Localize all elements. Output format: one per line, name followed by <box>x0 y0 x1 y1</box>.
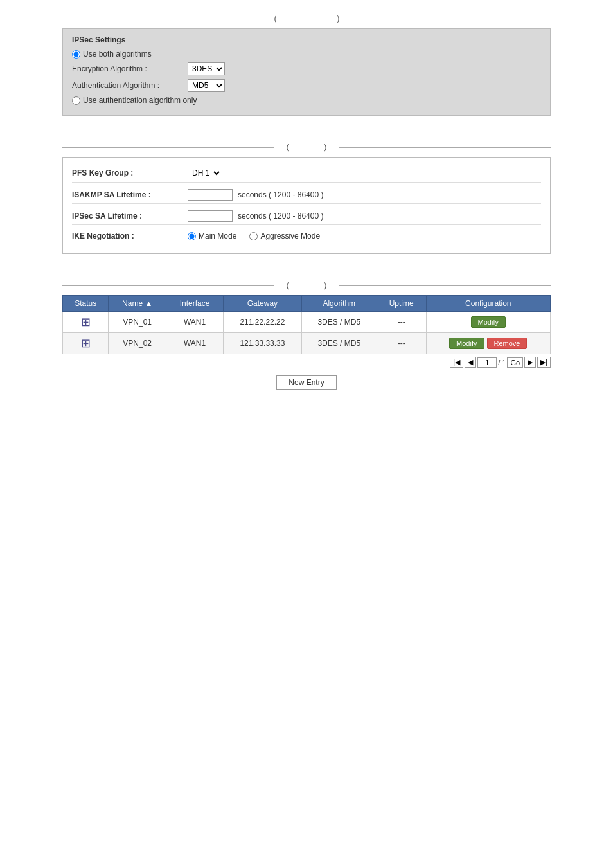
ipsec-sa-range: seconds ( 1200 - 86400 ) <box>238 212 323 221</box>
use-auth-only-text: Use authentication algorithm only <box>83 96 197 105</box>
col-gateway: Gateway <box>224 296 302 312</box>
modify-button-1[interactable]: Modify <box>449 338 484 349</box>
adv-section-divider: （ ） <box>62 141 551 153</box>
encryption-row: Encryption Algorithm : 3DES AES DES <box>72 62 541 75</box>
col-interface: Interface <box>166 296 224 312</box>
table-header-row: Status Name ▲ Interface Gateway Algorith… <box>63 296 551 312</box>
adv-divider-line-right <box>339 147 551 148</box>
use-auth-only-row: Use authentication algorithm only <box>72 96 541 105</box>
use-both-radio-label[interactable]: Use both algorithms <box>72 50 152 59</box>
ike-aggressive-radio[interactable] <box>249 232 258 240</box>
isakmp-value-container: 3600 seconds ( 1200 - 86400 ) <box>188 189 323 201</box>
ike-main-text: Main Mode <box>199 231 236 240</box>
use-both-row: Use both algorithms <box>72 50 541 59</box>
use-auth-only-label[interactable]: Use authentication algorithm only <box>72 96 197 105</box>
ipsec-sa-label: IPSec SA Lifetime : <box>72 212 188 221</box>
ike-label: IKE Negotiation : <box>72 231 188 240</box>
cell-config-0: Modify <box>426 312 550 333</box>
modify-button-0[interactable]: Modify <box>471 316 506 328</box>
cell-gateway-1: 121.33.33.33 <box>224 333 302 354</box>
new-entry-row: New Entry <box>62 375 551 390</box>
cell-status-1: ⊞ <box>63 333 109 354</box>
ike-value-container: Main Mode Aggressive Mode <box>188 231 320 240</box>
pagination-page-input[interactable] <box>477 357 497 368</box>
vpn-divider-line-right <box>339 285 551 286</box>
cell-name-0: VPN_01 <box>109 312 166 333</box>
cell-uptime-0: --- <box>377 312 426 333</box>
pagination-next[interactable]: ▶ <box>524 357 536 368</box>
remove-button-1[interactable]: Remove <box>487 338 528 349</box>
cell-algorithm-1: 3DES / MD5 <box>301 333 377 354</box>
vpn-section-divider: （ ） <box>62 280 551 291</box>
ipsec-sa-row: IPSec SA Lifetime : 28800 seconds ( 1200… <box>72 208 541 225</box>
status-icon: ⊞ <box>81 337 91 350</box>
new-entry-button[interactable]: New Entry <box>276 375 336 390</box>
isakmp-range: seconds ( 1200 - 86400 ) <box>238 190 323 199</box>
vpn-divider-line-left <box>62 285 274 286</box>
authentication-row: Authentication Algorithm : MD5 SHA1 <box>72 79 541 92</box>
cell-interface-0: WAN1 <box>166 312 224 333</box>
use-both-text: Use both algorithms <box>83 50 152 59</box>
ike-main-radio[interactable] <box>188 232 196 240</box>
col-configuration: Configuration <box>426 296 550 312</box>
encryption-select[interactable]: 3DES AES DES <box>188 62 225 75</box>
ipsec-panel-title: IPSec Settings <box>72 35 541 44</box>
encryption-label: Encryption Algorithm : <box>72 64 188 73</box>
vpn-table-section: （ ） Status Name ▲ Interface Gateway Algo… <box>62 280 551 390</box>
use-auth-only-radio[interactable] <box>72 96 80 105</box>
vpn-table: Status Name ▲ Interface Gateway Algorith… <box>62 295 551 354</box>
isakmp-label: ISAKMP SA Lifetime : <box>72 190 188 199</box>
cell-interface-1: WAN1 <box>166 333 224 354</box>
pagination-controls: |◀ ◀ / 1 Go ▶ ▶| <box>62 357 551 368</box>
advanced-settings-section: （ ） PFS Key Group : DH 1 DH 2 DH 5 ISAKM… <box>13 141 600 254</box>
pagination-total: / 1 <box>498 359 506 366</box>
pagination-last[interactable]: ▶| <box>537 357 551 368</box>
pagination-first[interactable]: |◀ <box>450 357 463 368</box>
vpn-section-title: （ ） <box>274 280 339 291</box>
pfs-row: PFS Key Group : DH 1 DH 2 DH 5 <box>72 164 541 183</box>
pagination-go[interactable]: Go <box>507 357 523 368</box>
ike-main-label[interactable]: Main Mode <box>188 231 236 240</box>
table-row: ⊞VPN_01WAN1211.22.22.223DES / MD5---Modi… <box>63 312 551 333</box>
divider-line-right <box>352 19 551 19</box>
cell-uptime-1: --- <box>377 333 426 354</box>
authentication-select[interactable]: MD5 SHA1 <box>188 79 225 92</box>
use-both-radio[interactable] <box>72 50 80 59</box>
table-row: ⊞VPN_02WAN1121.33.33.333DES / MD5---Modi… <box>63 333 551 354</box>
pfs-select[interactable]: DH 1 DH 2 DH 5 <box>188 167 222 179</box>
status-icon: ⊞ <box>81 316 91 329</box>
divider-line-left <box>62 19 262 19</box>
adv-section-title: （ ） <box>274 141 339 153</box>
authentication-label: Authentication Algorithm : <box>72 81 188 90</box>
ipsec-panel: IPSec Settings Use both algorithms Encry… <box>62 28 551 116</box>
col-uptime: Uptime <box>377 296 426 312</box>
pagination-prev[interactable]: ◀ <box>465 357 476 368</box>
adv-divider-line-left <box>62 147 274 148</box>
isakmp-input[interactable]: 3600 <box>188 189 233 201</box>
col-status: Status <box>63 296 109 312</box>
pfs-label: PFS Key Group : <box>72 168 188 177</box>
ipsec-section-title: （ ） <box>262 13 352 24</box>
ike-row: IKE Negotiation : Main Mode Aggressive M… <box>72 229 541 243</box>
ike-aggressive-text: Aggressive Mode <box>260 231 320 240</box>
isakmp-row: ISAKMP SA Lifetime : 3600 seconds ( 1200… <box>72 186 541 204</box>
ipsec-settings-section: （ ） IPSec Settings Use both algorithms E… <box>13 13 600 116</box>
col-algorithm: Algorithm <box>301 296 377 312</box>
ipsec-sa-input[interactable]: 28800 <box>188 210 233 222</box>
cell-status-0: ⊞ <box>63 312 109 333</box>
advanced-panel: PFS Key Group : DH 1 DH 2 DH 5 ISAKMP SA… <box>62 157 551 254</box>
col-name[interactable]: Name ▲ <box>109 296 166 312</box>
ike-aggressive-label[interactable]: Aggressive Mode <box>249 231 320 240</box>
ipsec-sa-value-container: 28800 seconds ( 1200 - 86400 ) <box>188 210 323 222</box>
cell-gateway-0: 211.22.22.22 <box>224 312 302 333</box>
pfs-value-container: DH 1 DH 2 DH 5 <box>188 167 222 179</box>
cell-config-1: ModifyRemove <box>426 333 550 354</box>
cell-name-1: VPN_02 <box>109 333 166 354</box>
cell-algorithm-0: 3DES / MD5 <box>301 312 377 333</box>
ipsec-section-divider: （ ） <box>62 13 551 24</box>
